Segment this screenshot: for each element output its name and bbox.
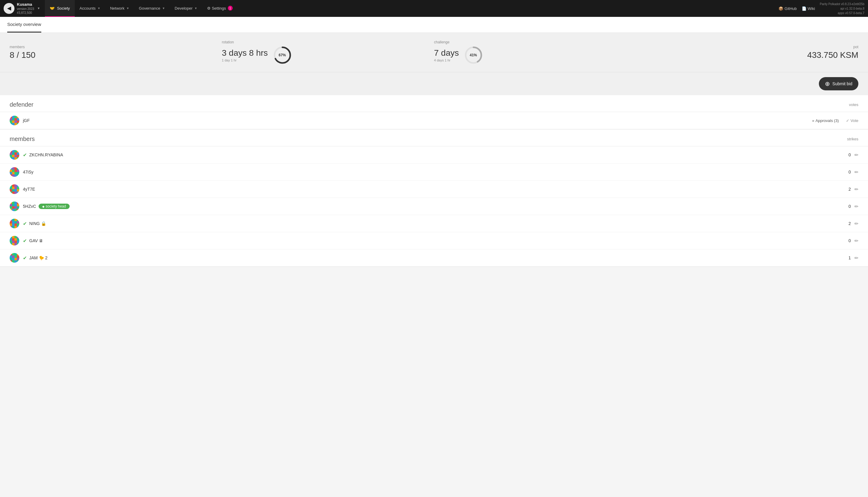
rotation-ring: 67% xyxy=(273,45,292,65)
svg-rect-98 xyxy=(14,226,17,228)
developer-chevron-icon: ▼ xyxy=(194,6,197,10)
society-icon: 🤝 xyxy=(50,6,55,11)
submit-bid-label: Submit bid xyxy=(832,81,852,86)
tab-society-overview[interactable]: Society overview xyxy=(7,17,41,32)
votes-label: votes xyxy=(849,102,858,107)
svg-rect-7 xyxy=(17,116,19,118)
svg-rect-43 xyxy=(17,170,19,172)
version-info: Parity Polkadot v0.8.23-e2ebf25b api v1.… xyxy=(820,2,864,15)
svg-rect-95 xyxy=(17,224,19,226)
svg-rect-42 xyxy=(14,170,17,172)
svg-rect-31 xyxy=(17,155,19,157)
approvals-link[interactable]: » Approvals (3) xyxy=(812,118,839,123)
svg-rect-28 xyxy=(10,155,12,157)
svg-rect-21 xyxy=(12,150,14,153)
nav-item-society[interactable]: 🤝 Society xyxy=(45,0,75,17)
svg-rect-61 xyxy=(12,189,14,191)
member-row: ✔ NING 🔒 2 ✏ xyxy=(0,215,868,232)
svg-rect-105 xyxy=(12,238,14,241)
member-row: ✔ ZKCHN.RYABINA 0 ✏ xyxy=(0,146,868,164)
svg-rect-115 xyxy=(17,243,19,245)
member-name: 47iSy xyxy=(23,170,849,174)
members-section: members strikes ✔ ZKCHN.RYABINA 0 ✏ 47iS… xyxy=(0,129,868,267)
verified-icon: ✔ xyxy=(23,221,27,227)
svg-rect-101 xyxy=(12,236,14,238)
svg-rect-93 xyxy=(12,224,14,226)
nav-item-governance[interactable]: Governance ▼ xyxy=(134,0,170,17)
svg-rect-5 xyxy=(12,116,14,118)
member-action-icon[interactable]: ✏ xyxy=(854,221,858,227)
svg-rect-10 xyxy=(14,118,17,120)
member-action-icon[interactable]: ✏ xyxy=(854,152,858,158)
svg-rect-36 xyxy=(10,167,12,170)
chain-version: version 2023 xyxy=(17,7,34,11)
svg-rect-8 xyxy=(10,118,12,120)
svg-rect-57 xyxy=(12,187,14,189)
svg-rect-79 xyxy=(17,206,19,209)
member-action-icon[interactable]: ✏ xyxy=(854,238,858,244)
logo-icon: ◀ xyxy=(4,3,14,14)
member-row: 5HZvC ◆ society head 0 ✏ xyxy=(0,198,868,215)
member-strikes: 0 xyxy=(849,170,851,174)
svg-rect-72 xyxy=(10,204,12,206)
svg-rect-90 xyxy=(14,221,17,224)
svg-rect-77 xyxy=(12,206,14,209)
member-avatar xyxy=(10,150,19,160)
svg-rect-125 xyxy=(12,258,14,260)
submit-bid-button[interactable]: ⊕ Submit bid xyxy=(819,77,858,90)
svg-rect-111 xyxy=(17,241,19,243)
svg-rect-18 xyxy=(14,123,17,125)
nav-item-accounts[interactable]: Accounts ▼ xyxy=(75,0,105,17)
nav-item-developer[interactable]: Developer ▼ xyxy=(170,0,202,17)
vote-button[interactable]: ✓ Vote xyxy=(846,118,858,123)
defender-title: defender xyxy=(10,101,33,108)
svg-rect-67 xyxy=(17,191,19,194)
svg-rect-35 xyxy=(17,157,19,160)
svg-rect-114 xyxy=(14,243,17,245)
members-label: members xyxy=(10,45,222,49)
svg-rect-15 xyxy=(17,120,19,123)
member-avatar xyxy=(10,253,19,262)
defender-header: defender votes xyxy=(0,95,868,112)
svg-rect-75 xyxy=(17,204,19,206)
svg-rect-76 xyxy=(10,206,12,209)
logo-area[interactable]: ◀ Kusama version 2023 #3,872,500 ▼ xyxy=(4,2,40,15)
github-link[interactable]: 📦 GitHub xyxy=(779,6,797,11)
svg-rect-84 xyxy=(10,219,12,221)
stat-rotation: rotation 3 days 8 hrs 1 day 1 hr 67% xyxy=(222,40,434,65)
svg-rect-12 xyxy=(10,120,12,123)
svg-rect-53 xyxy=(12,184,14,187)
svg-rect-13 xyxy=(12,120,14,123)
svg-rect-100 xyxy=(10,236,12,238)
nav-right-links: 📦 GitHub 📄 Wiki Parity Polkadot v0.8.23-… xyxy=(779,2,864,15)
member-name: ✔ NING 🔒 xyxy=(23,221,849,227)
svg-rect-52 xyxy=(10,184,12,187)
member-strikes: 0 xyxy=(849,153,851,157)
svg-rect-94 xyxy=(14,224,17,226)
settings-badge: 1 xyxy=(228,6,233,11)
svg-rect-68 xyxy=(10,201,12,204)
members-header: members strikes xyxy=(0,129,868,146)
svg-rect-97 xyxy=(12,226,14,228)
nav-item-settings[interactable]: ⚙ Settings 1 xyxy=(202,0,238,17)
svg-rect-110 xyxy=(14,241,17,243)
member-avatar xyxy=(10,184,19,194)
svg-rect-89 xyxy=(12,221,14,224)
svg-rect-108 xyxy=(10,241,12,243)
member-strikes: 2 xyxy=(849,187,851,191)
wiki-link[interactable]: 📄 Wiki xyxy=(802,6,815,11)
svg-rect-129 xyxy=(12,260,14,262)
member-action-icon[interactable]: ✏ xyxy=(854,169,858,175)
logo-chevron-icon[interactable]: ▼ xyxy=(37,6,40,10)
member-action-icon[interactable]: ✏ xyxy=(854,186,858,192)
svg-rect-117 xyxy=(12,253,14,255)
nav-item-network[interactable]: Network ▼ xyxy=(105,0,134,17)
member-action-icon[interactable]: ✏ xyxy=(854,255,858,261)
member-action-icon[interactable]: ✏ xyxy=(854,204,858,209)
svg-rect-88 xyxy=(10,221,12,224)
verified-icon: ✔ xyxy=(23,152,27,158)
member-row: 4yT7E 2 ✏ xyxy=(0,181,868,198)
svg-rect-4 xyxy=(10,116,12,118)
svg-rect-87 xyxy=(17,219,19,221)
nav-accounts-label: Accounts xyxy=(80,6,96,11)
